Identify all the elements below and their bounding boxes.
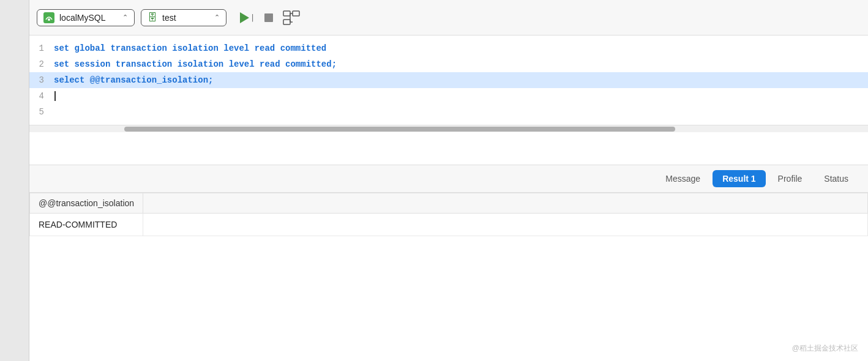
col-header-empty bbox=[143, 193, 868, 214]
stop-icon bbox=[264, 13, 273, 22]
line-content-2: set session transaction isolation level … bbox=[54, 56, 337, 72]
toolbar: localMySQL ⌃ 🗄 test ⌃ | bbox=[29, 0, 868, 35]
svg-rect-3 bbox=[283, 20, 290, 24]
app-container: localMySQL ⌃ 🗄 test ⌃ | bbox=[0, 0, 868, 361]
schema-icon bbox=[283, 10, 300, 25]
tab-result1[interactable]: Result 1 bbox=[713, 170, 765, 187]
code-lines: 1 set global transaction isolation level… bbox=[29, 35, 868, 125]
sidebar bbox=[0, 0, 29, 361]
cell-read-committed: READ-COMMITTED bbox=[30, 214, 143, 236]
horizontal-scrollbar[interactable] bbox=[29, 125, 868, 132]
table-row: READ-COMMITTED bbox=[30, 214, 868, 236]
connection-label: localMySQL bbox=[59, 13, 105, 23]
svg-rect-2 bbox=[293, 11, 299, 16]
tab-message[interactable]: Message bbox=[656, 170, 710, 187]
scrollbar-thumb bbox=[124, 127, 675, 132]
line-number-3: 3 bbox=[29, 72, 54, 88]
line-number-5: 5 bbox=[29, 104, 54, 120]
cell-empty bbox=[143, 214, 868, 236]
database-selector[interactable]: 🗄 test ⌃ bbox=[141, 9, 226, 26]
table-header-row: @@transaction_isolation bbox=[30, 193, 868, 214]
code-editor[interactable]: 1 set global transaction isolation level… bbox=[29, 35, 868, 165]
tab-status[interactable]: Status bbox=[814, 170, 858, 187]
svg-rect-1 bbox=[283, 11, 290, 16]
line-number-1: 1 bbox=[29, 40, 54, 56]
results-table: @@transaction_isolation READ-COMMITTED bbox=[29, 193, 868, 236]
database-icon: 🗄 bbox=[148, 12, 157, 23]
col-header-transaction-isolation: @@transaction_isolation bbox=[30, 193, 143, 214]
run-button[interactable]: | bbox=[238, 10, 257, 26]
toolbar-actions: | bbox=[238, 8, 302, 28]
results-table-wrapper: @@transaction_isolation READ-COMMITTED bbox=[29, 193, 868, 361]
code-line-5: 5 bbox=[29, 104, 868, 120]
line-content-4 bbox=[54, 88, 56, 104]
line-content-3: select @@transaction_isolation; bbox=[54, 72, 213, 88]
code-line-3: 3 select @@transaction_isolation; bbox=[29, 72, 868, 88]
code-line-2: 2 set session transaction isolation leve… bbox=[29, 56, 868, 72]
tab-profile[interactable]: Profile bbox=[768, 170, 812, 187]
text-cursor bbox=[54, 91, 56, 101]
code-line-4: 4 bbox=[29, 88, 868, 104]
watermark: @稻土掘金技术社区 bbox=[792, 343, 858, 354]
code-line-1: 1 set global transaction isolation level… bbox=[29, 40, 868, 56]
stop-button[interactable] bbox=[262, 11, 275, 24]
line-number-2: 2 bbox=[29, 56, 54, 72]
line-number-4: 4 bbox=[29, 88, 54, 104]
connection-icon bbox=[43, 12, 54, 23]
svg-point-0 bbox=[48, 18, 50, 21]
database-chevron-icon: ⌃ bbox=[214, 13, 220, 21]
database-label: test bbox=[162, 13, 176, 23]
connection-selector[interactable]: localMySQL ⌃ bbox=[37, 9, 135, 26]
results-panel: Message Result 1 Profile Status @@transa… bbox=[29, 165, 868, 361]
results-tabs: Message Result 1 Profile Status bbox=[29, 165, 868, 193]
cursor-indicator-icon: | bbox=[250, 13, 255, 22]
connection-chevron-icon: ⌃ bbox=[122, 13, 128, 21]
main-content: localMySQL ⌃ 🗄 test ⌃ | bbox=[29, 0, 868, 361]
schema-button[interactable] bbox=[280, 8, 302, 28]
line-content-1: set global transaction isolation level r… bbox=[54, 40, 326, 56]
run-icon bbox=[240, 12, 249, 23]
